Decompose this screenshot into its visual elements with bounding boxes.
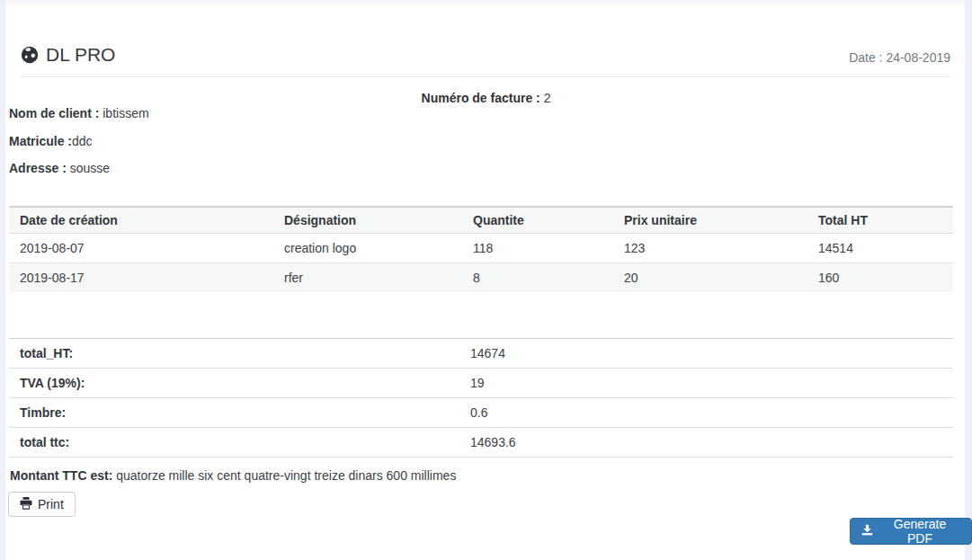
cell-designation: creation logo xyxy=(273,234,462,263)
cell-date: 2019-08-17 xyxy=(9,263,273,293)
invoice-number-label: Numéro de facture : xyxy=(422,91,540,105)
client-address-line: Adresse : sousse xyxy=(9,161,110,175)
total-ttc-label: total ttc: xyxy=(9,428,459,458)
timbre-label: Timbre: xyxy=(9,398,459,428)
generate-pdf-button[interactable]: Generate PDF xyxy=(850,518,972,545)
totals-table: total_HT: 14674 TVA (19%): 19 Timbre: 0.… xyxy=(9,338,953,458)
cell-prix-unitaire: 20 xyxy=(613,263,807,293)
col-header-designation: Désignation xyxy=(273,207,462,234)
client-address-label: Adresse : xyxy=(9,161,67,175)
client-matricule-line: Matricule :ddc xyxy=(9,134,93,148)
total-ttc-value: 14693.6 xyxy=(459,428,953,458)
total-ht-value: 14674 xyxy=(459,339,953,369)
client-name-line: Nom de client : ibtissem xyxy=(9,106,149,120)
print-button[interactable]: Print xyxy=(8,492,76,517)
amount-in-words-text: quatorze mille six cent quatre-vingt tre… xyxy=(116,468,456,483)
invoice-page: DL PRO Date : 24-08-2019 Numéro de factu… xyxy=(0,0,972,560)
col-header-prix-unitaire: Prix unitaire xyxy=(613,207,807,234)
globe-icon xyxy=(20,45,40,65)
download-icon xyxy=(861,524,873,538)
invoice-date: Date : 24-08-2019 xyxy=(849,50,950,65)
tva-row: TVA (19%): 19 xyxy=(9,369,953,398)
total-ht-label: total_HT: xyxy=(9,339,459,369)
cell-total-ht: 14514 xyxy=(807,234,953,263)
brand: DL PRO xyxy=(20,44,115,66)
cell-total-ht: 160 xyxy=(807,263,953,293)
generate-pdf-button-label: Generate PDF xyxy=(879,517,960,546)
cell-quantite: 118 xyxy=(462,234,613,263)
total-ttc-row: total ttc: 14693.6 xyxy=(9,428,953,458)
header-divider xyxy=(20,76,950,77)
invoice-number-value: 2 xyxy=(544,91,551,105)
client-address-value: sousse xyxy=(70,161,110,175)
total-ht-row: total_HT: 14674 xyxy=(9,339,953,369)
client-name-value: ibtissem xyxy=(103,106,148,120)
client-matricule-value: ddc xyxy=(72,134,93,148)
cell-designation: rfer xyxy=(273,263,462,293)
timbre-row: Timbre: 0.6 xyxy=(9,398,953,428)
cell-quantite: 8 xyxy=(462,263,613,293)
tva-label: TVA (19%): xyxy=(9,369,459,398)
invoice-items-table: Date de création Désignation Quantite Pr… xyxy=(9,206,953,292)
client-matricule-label: Matricule : xyxy=(9,134,72,148)
col-header-date-creation: Date de création xyxy=(9,207,273,234)
col-header-total-ht: Total HT xyxy=(807,207,953,234)
invoice-number-line: Numéro de facture : 2 xyxy=(0,91,972,105)
client-name-label: Nom de client : xyxy=(9,106,99,120)
brand-name: DL PRO xyxy=(46,44,115,66)
amount-in-words-label: Montant TTC est: xyxy=(10,468,112,483)
amount-in-words-line: Montant TTC est: quatorze mille six cent… xyxy=(10,468,456,483)
tva-value: 19 xyxy=(459,369,953,398)
print-button-label: Print xyxy=(38,497,64,511)
cell-date: 2019-08-07 xyxy=(9,234,273,263)
timbre-value: 0.6 xyxy=(459,398,953,428)
table-row: 2019-08-07 creation logo 118 123 14514 xyxy=(9,234,953,263)
page-right-edge xyxy=(965,0,972,560)
col-header-quantite: Quantite xyxy=(462,207,613,234)
table-row: 2019-08-17 rfer 8 20 160 xyxy=(9,263,953,293)
table-header-row: Date de création Désignation Quantite Pr… xyxy=(9,207,953,234)
cell-prix-unitaire: 123 xyxy=(613,234,807,263)
printer-icon xyxy=(20,497,32,512)
page-left-edge xyxy=(0,0,5,560)
page-top-edge xyxy=(0,0,972,4)
